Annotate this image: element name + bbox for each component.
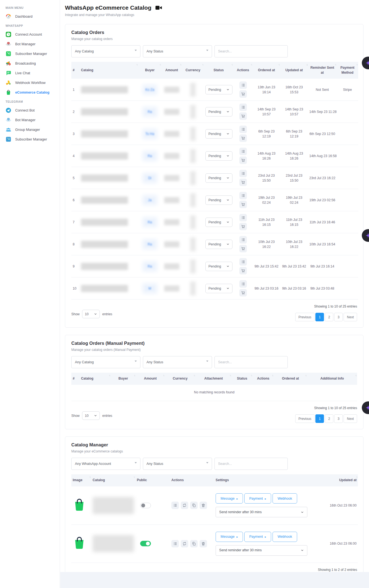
order-status-select[interactable]: Pending — [205, 195, 232, 205]
order-status-select[interactable]: Pending — [205, 85, 232, 94]
catalog-items-button[interactable] — [171, 540, 179, 547]
column-header[interactable]: Status↑↓ — [204, 62, 233, 79]
sidebar-item[interactable]: 1 Broadcasting — [4, 59, 57, 68]
page-size-select[interactable]: 10 — [82, 310, 100, 318]
order-details-button[interactable] — [239, 236, 247, 243]
buyer-link[interactable]: Ra — [145, 220, 155, 225]
order-cart-button[interactable] — [239, 179, 247, 186]
payment-button[interactable]: Payment — [244, 493, 271, 504]
delete-button[interactable] — [200, 540, 207, 547]
buyer-link[interactable]: Ra — [145, 153, 155, 158]
order-status-select[interactable]: Pending — [205, 284, 232, 293]
column-header[interactable]: Currency↑↓ — [165, 373, 196, 385]
sidebar-item[interactable]: Bot Manager — [4, 115, 57, 125]
whatsapp-account-filter-select[interactable]: Any WhatsApp Account — [71, 458, 140, 470]
order-cart-button[interactable] — [239, 112, 247, 120]
previous-page-button[interactable]: Previous — [295, 414, 315, 423]
order-details-button[interactable] — [239, 104, 247, 111]
column-header[interactable]: Currency↑↓ — [182, 62, 204, 79]
order-status-select[interactable]: Pending — [205, 173, 232, 183]
sidebar-item[interactable]: Connect Account — [4, 30, 57, 39]
search-input[interactable] — [214, 458, 288, 470]
message-button[interactable]: Message — [216, 493, 243, 504]
catalog-filter-select[interactable]: Any Catalog — [71, 356, 140, 368]
public-toggle[interactable] — [140, 541, 151, 546]
order-status-select[interactable]: Pending — [205, 240, 232, 249]
sidebar-item[interactable]: Subscriber Manager — [4, 49, 57, 59]
column-header[interactable]: Actions↑↓ — [233, 62, 253, 79]
order-status-select[interactable]: Pending — [205, 218, 232, 227]
page-number-button[interactable]: 1 — [315, 313, 324, 321]
reminder-interval-select[interactable]: Send reminder after 30 mins — [216, 545, 307, 556]
column-header[interactable]: Amount↑↓ — [136, 373, 165, 385]
order-cart-button[interactable] — [239, 267, 247, 274]
column-header[interactable]: Actions — [170, 474, 214, 486]
page-number-button[interactable]: 3 — [334, 313, 343, 321]
order-details-button[interactable] — [239, 280, 247, 288]
column-header[interactable]: # — [71, 373, 80, 385]
reminder-interval-select[interactable]: Send reminder after 30 mins — [216, 507, 307, 517]
search-input[interactable] — [214, 45, 288, 57]
catalog-items-button[interactable] — [171, 502, 179, 509]
page-number-button[interactable]: 1 — [315, 414, 324, 423]
column-header[interactable]: Updated at↓ — [280, 62, 308, 79]
order-details-button[interactable] — [239, 192, 247, 199]
page-number-button[interactable]: 2 — [325, 414, 333, 423]
webhook-button[interactable]: Webhook — [273, 493, 297, 504]
order-cart-button[interactable] — [239, 245, 247, 252]
order-status-select[interactable]: Pending — [205, 151, 232, 161]
column-header[interactable]: Catalog↑↓ — [80, 62, 138, 79]
delete-button[interactable] — [200, 502, 207, 509]
column-header[interactable]: Actions↑↓ — [253, 373, 274, 385]
status-filter-select[interactable]: Any Status — [143, 458, 212, 470]
buyer-link[interactable]: To Ha — [145, 131, 155, 136]
sidebar-item[interactable]: Live Chat — [4, 68, 57, 78]
sidebar-item[interactable]: Group Manager — [4, 125, 57, 134]
sidebar-item[interactable]: Webhook Workflow — [4, 78, 57, 88]
page-number-button[interactable]: 2 — [325, 313, 333, 321]
next-page-button[interactable]: Next — [344, 313, 357, 321]
column-header[interactable]: Public — [135, 474, 170, 486]
column-header[interactable]: Payment Method↑↓ — [337, 62, 358, 79]
sidebar-item[interactable]: Bot Manager — [4, 39, 57, 49]
order-status-select[interactable]: Pending — [205, 262, 232, 271]
sync-button[interactable] — [181, 502, 188, 509]
order-cart-button[interactable] — [239, 157, 247, 164]
buyer-link[interactable]: Ra — [145, 109, 155, 114]
sidebar-item[interactable]: Connect Bot — [4, 105, 57, 115]
page-size-select[interactable]: 10 — [82, 411, 100, 420]
sidebar-item[interactable]: Dashboard — [4, 12, 57, 21]
search-input[interactable] — [214, 356, 288, 368]
sidebar-item[interactable]: Subscriber Manager — [4, 134, 57, 144]
order-status-select[interactable]: Pending — [205, 129, 232, 139]
order-cart-button[interactable] — [239, 223, 247, 230]
column-header[interactable]: Attachment↑↓ — [195, 373, 232, 385]
buyer-link[interactable]: Di — [145, 176, 155, 181]
column-header[interactable]: Additional Info↑↓ — [307, 373, 357, 385]
message-button[interactable]: Message — [216, 532, 243, 542]
column-header[interactable]: Settings — [214, 474, 326, 486]
order-cart-button[interactable] — [239, 289, 247, 296]
buyer-link[interactable]: Ra — [145, 242, 155, 247]
column-header[interactable]: Catalog↑↓ — [80, 373, 111, 385]
order-details-button[interactable] — [239, 81, 247, 89]
sidebar-item[interactable]: eCommerce Catalog — [4, 88, 57, 97]
column-header[interactable]: Reminder Sent at↑↓ — [308, 62, 337, 79]
next-page-button[interactable]: Next — [344, 414, 357, 423]
previous-page-button[interactable]: Previous — [295, 313, 315, 321]
column-header[interactable]: Catalog↑↓ — [91, 474, 135, 486]
order-status-select[interactable]: Pending — [205, 107, 232, 116]
column-header[interactable]: Image↑↓ — [71, 474, 91, 486]
buyer-link[interactable]: Ra — [145, 264, 155, 269]
buyer-link[interactable]: Ja — [145, 198, 155, 203]
column-header[interactable]: Amount↑↓ — [161, 62, 182, 79]
copy-button[interactable] — [190, 502, 198, 509]
order-details-button[interactable] — [239, 170, 247, 177]
buyer-link[interactable]: M — [145, 286, 155, 291]
column-header[interactable]: # — [71, 62, 80, 79]
order-cart-button[interactable] — [239, 90, 247, 98]
status-filter-select[interactable]: Any Status — [143, 45, 212, 57]
column-header[interactable]: Buyer↑↓ — [111, 373, 136, 385]
video-camera-icon[interactable] — [155, 5, 162, 11]
column-header[interactable]: Status↑↓ — [232, 373, 253, 385]
